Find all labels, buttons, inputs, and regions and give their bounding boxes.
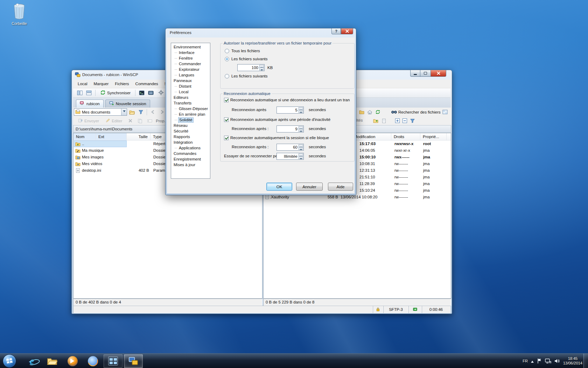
tree-item-local[interactable]: Local: [171, 89, 210, 95]
column-header-size[interactable]: Taille: [127, 133, 150, 140]
tree-item-mises-a-jour[interactable]: Mises à jour: [171, 162, 210, 168]
tree-item-transferts[interactable]: Transferts: [171, 100, 210, 106]
new-folder-icon[interactable]: [372, 117, 379, 125]
tree-item-commander[interactable]: Commander: [171, 61, 210, 67]
retry-spinner[interactable]: [299, 154, 303, 159]
close-button[interactable]: [341, 28, 353, 34]
language-indicator[interactable]: FR: [523, 359, 528, 363]
tree-item-reseau[interactable]: Réseau: [171, 123, 210, 128]
checkbox-reconnect-stalled-label[interactable]: Reconnecter automatiquement la session s…: [230, 136, 329, 140]
menu-commandes[interactable]: Commandes: [132, 81, 161, 87]
panel-layout-icon[interactable]: [76, 89, 84, 97]
maximize-button[interactable]: [420, 70, 430, 77]
spin-down-icon[interactable]: [299, 147, 303, 150]
taskbar-winscp[interactable]: [124, 354, 143, 368]
synchronize-button[interactable]: Synchroniser: [98, 89, 133, 97]
tree-item-distant[interactable]: Distant: [171, 83, 210, 89]
radio-all-files[interactable]: [225, 49, 229, 53]
menu-marquer[interactable]: Marquer: [91, 81, 112, 87]
find-files-button[interactable]: Rechercher des fichiers: [389, 109, 443, 115]
local-drive-selector[interactable]: Mes documents: [74, 108, 127, 116]
refresh-icon[interactable]: [374, 108, 382, 116]
menu-fichiers[interactable]: Fichiers: [112, 81, 132, 87]
tree-item-environnement[interactable]: Environnement: [171, 44, 210, 50]
cancel-button[interactable]: Annuler: [296, 183, 323, 191]
column-header-rights[interactable]: Droits: [391, 133, 420, 140]
home-icon[interactable]: [366, 108, 373, 116]
spin-up-icon[interactable]: [299, 126, 303, 129]
show-hidden-icons-button[interactable]: [531, 359, 534, 363]
retry-input[interactable]: Illimitée: [276, 153, 304, 160]
panel-layout2-icon[interactable]: [85, 89, 93, 97]
tab-rubicon[interactable]: rubicon: [76, 100, 104, 108]
checkbox-reconnect-stalled[interactable]: [224, 136, 229, 140]
tree-item-applications[interactable]: Applications: [171, 145, 210, 151]
minimize-button[interactable]: [410, 70, 420, 77]
console-icon[interactable]: [138, 89, 146, 97]
spin-down-icon[interactable]: [259, 68, 264, 70]
spin-up-icon[interactable]: [259, 65, 264, 68]
edit-button[interactable]: Editer: [103, 117, 124, 124]
spin-up-icon[interactable]: [299, 107, 303, 110]
drive-dropdown-button[interactable]: [121, 109, 127, 115]
checkbox-reconnect-idle[interactable]: [224, 117, 229, 122]
show-desktop-button[interactable]: [583, 354, 588, 368]
tab-new-session[interactable]: Nouvelle session: [105, 100, 150, 108]
back-icon[interactable]: [149, 108, 157, 116]
column-header-name[interactable]: Nom: [74, 133, 96, 140]
radio-disable[interactable]: [225, 74, 229, 79]
column-header-ext[interactable]: Ext: [96, 133, 127, 140]
collapse-button[interactable]: [401, 117, 408, 125]
after2-input[interactable]: 9: [276, 125, 304, 132]
network-icon[interactable]: [545, 359, 551, 364]
action-center-icon[interactable]: [537, 358, 542, 364]
tree-item-arriere-plan[interactable]: En arrière plan: [171, 111, 210, 117]
after2-spinner[interactable]: [299, 126, 303, 132]
tree-item-enregistrement[interactable]: Enregistrement: [171, 156, 210, 162]
after1-spinner[interactable]: [299, 107, 303, 113]
start-button[interactable]: [3, 354, 16, 368]
tree-item-glisser-deposer[interactable]: Glisser-Déposer: [171, 106, 210, 111]
directory-icon[interactable]: [358, 108, 365, 116]
tree-item-explorateur[interactable]: Explorateur: [171, 67, 210, 72]
tree-item-integration[interactable]: Intégration: [171, 139, 210, 145]
tree-item-fenetre[interactable]: Fenêtre: [171, 55, 210, 61]
tree-item-langues[interactable]: Langues: [171, 72, 210, 78]
after3-spinner[interactable]: [299, 144, 303, 150]
statusbar-lock[interactable]: [373, 306, 383, 313]
forward-icon[interactable]: [158, 108, 166, 116]
volume-icon[interactable]: [554, 359, 560, 363]
open-directory-icon[interactable]: [128, 108, 136, 116]
taskbar-media-player[interactable]: [63, 354, 82, 368]
queue-icon[interactable]: [147, 89, 155, 97]
upload-button[interactable]: Envoyer: [76, 117, 101, 124]
help-button[interactable]: ?: [331, 28, 341, 34]
panel-options-icon[interactable]: [441, 108, 449, 116]
radio-files-above[interactable]: [225, 57, 229, 61]
delete-icon[interactable]: [126, 117, 134, 125]
after1-input[interactable]: 5: [276, 107, 304, 114]
help-button[interactable]: Aide: [328, 183, 353, 191]
tree-item-panneaux[interactable]: Panneaux: [171, 78, 210, 83]
tree-item-solidite[interactable]: Solidité: [171, 117, 210, 123]
column-header-owner[interactable]: Proprié...: [420, 133, 447, 140]
tree-item-interface[interactable]: Interface: [171, 50, 210, 55]
after3-input[interactable]: 60: [276, 144, 304, 151]
expand-button[interactable]: [393, 117, 401, 125]
checkbox-reconnect-idle-label[interactable]: Reconnexion automatique après une périod…: [230, 117, 330, 122]
duplicate-icon[interactable]: [136, 117, 144, 125]
taskbar-explorer[interactable]: [43, 354, 62, 368]
radio-all-files-label[interactable]: Tous les fichiers: [231, 49, 260, 53]
taskbar-app[interactable]: [104, 354, 122, 368]
menu-local[interactable]: Local: [75, 81, 91, 87]
checkbox-reconnect-lost-label[interactable]: Reconnexion automatique si une déconnexi…: [230, 98, 350, 102]
spin-down-icon[interactable]: [299, 156, 303, 159]
checkbox-reconnect-lost[interactable]: [224, 98, 229, 102]
tree-item-editeurs[interactable]: Editeurs: [171, 95, 210, 100]
tree-item-securite[interactable]: Sécurité: [171, 128, 210, 134]
close-button[interactable]: [430, 70, 446, 77]
taskbar-ie[interactable]: e: [22, 354, 41, 368]
taskbar-firefox[interactable]: [83, 354, 102, 368]
recycle-bin[interactable]: Corbeille: [6, 3, 33, 26]
radio-files-above-label[interactable]: Les fichiers suivants: [231, 57, 268, 61]
